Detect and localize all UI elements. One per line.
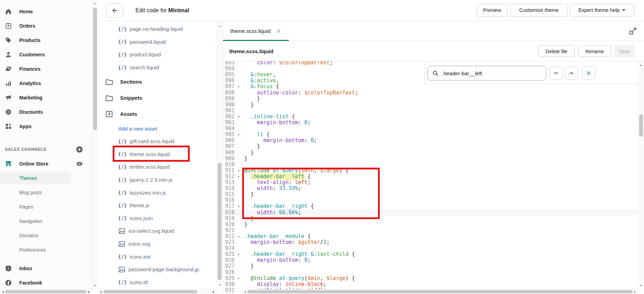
fold-arrow-icon[interactable]: ▾: [236, 84, 242, 90]
search-input[interactable]: .header-bar__left: [427, 66, 546, 80]
folder-snippets[interactable]: Snippets: [98, 90, 217, 106]
scroll-up-icon[interactable]: ▲: [92, 1, 98, 6]
sidebar-item-navigation[interactable]: Navigation: [0, 214, 92, 228]
line-number: 928: [223, 270, 234, 275]
button-label: Expert theme help: [579, 7, 620, 13]
file-item-password-liquid[interactable]: {/}password.liquid: [98, 35, 217, 48]
sidebar-item-label: Apps: [19, 124, 31, 129]
scroll-down-icon[interactable]: ▼: [638, 283, 644, 288]
sidebar-item-preferences[interactable]: Preferences: [0, 243, 92, 257]
fold-arrow-icon[interactable]: ▾: [236, 251, 242, 257]
file-item-product-liquid[interactable]: {/}product.liquid: [98, 48, 217, 61]
code-line: margin-bottom: 0;: [244, 257, 311, 263]
code-token: :: [298, 119, 304, 126]
sidebar-item-blog-posts[interactable]: Blog posts: [0, 185, 92, 200]
file-item-search-liquid[interactable]: {/}search.liquid: [98, 61, 217, 74]
scrollbar-thumb[interactable]: [218, 163, 222, 280]
scrollbar-thumb[interactable]: [5, 290, 86, 293]
file-item-page-no-heading-liquid[interactable]: {/}page.no-heading.liquid: [98, 23, 217, 36]
sidebar-item-inbox[interactable]: SInbox1: [0, 261, 92, 275]
back-button[interactable]: [106, 3, 123, 18]
scroll-up-icon[interactable]: ▲: [217, 24, 223, 29]
rename-button[interactable]: Rename: [578, 46, 611, 57]
close-icon[interactable]: [276, 29, 281, 34]
customize-theme-button[interactable]: Customize theme: [510, 4, 568, 16]
file-item-icons-eot[interactable]: {/}icons.eot: [98, 250, 217, 263]
sidebar-item-customers[interactable]: Customers: [0, 47, 92, 62]
file-item-timber-scss-liquid[interactable]: {/}timber.scss.liquid: [98, 161, 217, 174]
sidebar-scrollbar[interactable]: ▲ ▼: [92, 0, 98, 289]
scrollbar-thumb[interactable]: [247, 290, 632, 293]
line-number: 924: [223, 245, 234, 251]
plus-circle-icon[interactable]: [76, 146, 83, 153]
file-item-theme-js[interactable]: {/}theme.js: [98, 199, 217, 212]
code-file-icon: {/}: [118, 65, 127, 70]
folder-assets[interactable]: Assets: [98, 106, 217, 122]
file-item-icons-svg[interactable]: icons.svg: [98, 237, 217, 250]
sidebar-item-marketing[interactable]: Marketing: [0, 90, 92, 105]
sidebar-item-domains[interactable]: Domains: [0, 228, 92, 243]
scroll-left-icon[interactable]: ◀: [1, 289, 5, 294]
code-token: :focus: [254, 83, 273, 90]
sidebar-item-facebook[interactable]: Facebook: [0, 275, 92, 290]
scroll-right-icon[interactable]: ▶: [87, 289, 91, 294]
scroll-down-icon[interactable]: ▼: [92, 283, 98, 288]
scroll-left-icon[interactable]: ◀: [99, 289, 103, 294]
find-next-button[interactable]: [549, 66, 562, 80]
tab-theme-scss[interactable]: theme.scss.liquid: [227, 21, 284, 41]
scrollbar-thumb[interactable]: [104, 290, 197, 293]
file-item-password-page-background-jp[interactable]: password-page-background.jp: [98, 263, 217, 276]
file-item-lazysizes-min-js[interactable]: {/}lazysizes.min.js: [98, 186, 217, 199]
code-content[interactable]: 893 color: $colorTopBarText;894895 &:hov…: [223, 61, 644, 294]
fold-arrow-icon[interactable]: ▾: [236, 114, 242, 120]
scroll-up-icon[interactable]: ▲: [638, 63, 644, 68]
file-tree-scrollbar[interactable]: ▲ ▼: [216, 21, 223, 289]
sidebar-item-apps[interactable]: Apps: [0, 119, 92, 133]
code-token: ,: [320, 275, 327, 281]
eye-icon[interactable]: [76, 160, 83, 168]
sidebar-item-pages[interactable]: Pages: [0, 200, 92, 214]
scrollbar-thumb[interactable]: [93, 8, 97, 130]
fold-arrow-icon[interactable]: ▾: [236, 275, 242, 281]
sidebar-item-discounts[interactable]: Discounts: [0, 105, 92, 119]
save-button[interactable]: Save: [615, 46, 634, 57]
expand-editor-button[interactable]: [629, 27, 637, 35]
file-item-icons-json[interactable]: {/}icons.json: [98, 212, 217, 225]
fold-arrow-icon[interactable]: ▾: [236, 233, 242, 239]
folder-sections[interactable]: Sections: [98, 74, 217, 90]
scroll-down-icon[interactable]: ▼: [217, 282, 223, 287]
fold-arrow-icon[interactable]: ▾: [236, 168, 242, 174]
file-item-ico-select-svg-liquid[interactable]: ico-select.svg.liquid: [98, 225, 217, 238]
code-token: (: [304, 275, 308, 281]
sidebar-item-finances[interactable]: Finances: [0, 62, 92, 76]
preview-button[interactable]: Preview: [477, 4, 507, 16]
sidebar-item-products[interactable]: Products: [0, 33, 92, 47]
sidebar-h-scrollbar[interactable]: ◀ ▶: [0, 289, 92, 294]
sidebar-item-analytics[interactable]: Analytics: [0, 76, 92, 90]
scrollbar-thumb[interactable]: [639, 114, 643, 136]
find-previous-button[interactable]: [565, 66, 578, 80]
fold-arrow-icon[interactable]: ▾: [236, 203, 242, 209]
editor-scrollbar[interactable]: ▲ ▼: [638, 61, 644, 289]
code-token: ;: [323, 281, 327, 287]
delete-file-button[interactable]: Delete file: [538, 46, 575, 57]
sidebar-item-orders[interactable]: Orders: [0, 19, 92, 33]
file-item-theme-scss-liquid[interactable]: {/}theme.scss.liquid: [98, 148, 217, 161]
sidebar-item-home[interactable]: Home: [0, 4, 92, 19]
file-tree-h-scrollbar[interactable]: ◀ ▶: [98, 289, 216, 294]
file-item-gift-card-scss-liquid[interactable]: {/}gift-card.scss.liquid: [98, 135, 217, 148]
file-item-icons-ttf[interactable]: {/}icons.ttf: [98, 276, 217, 289]
expert-theme-help-button[interactable]: Expert theme help: [570, 4, 634, 16]
editor-h-scrollbar[interactable]: ◀ ▶: [242, 289, 638, 294]
scroll-right-icon[interactable]: ▶: [633, 289, 637, 294]
fold-arrow-icon[interactable]: ▾: [236, 132, 242, 138]
code-token: $colorTopBarText: [279, 61, 330, 66]
scroll-right-icon[interactable]: ▶: [211, 289, 216, 294]
add-new-asset-link[interactable]: Add a new asset: [98, 122, 217, 135]
sidebar-item-themes[interactable]: Themes: [0, 171, 92, 185]
sidebar-item-label: Pages: [19, 204, 33, 210]
fold-arrow-icon[interactable]: ▾: [236, 174, 242, 180]
scroll-left-icon[interactable]: ◀: [243, 289, 247, 294]
file-item-jquery-2-2-3-min-js[interactable]: {/}jquery-2.2.3.min.js: [98, 173, 217, 186]
close-search-button[interactable]: [582, 66, 595, 80]
